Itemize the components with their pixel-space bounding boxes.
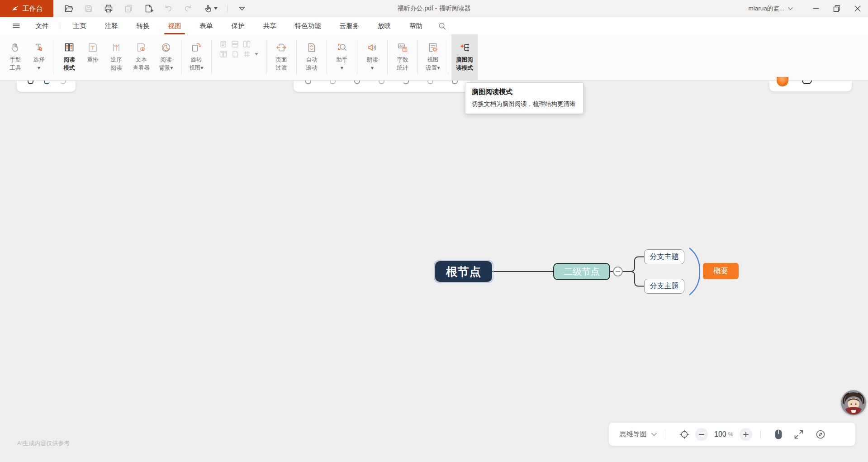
menu-item-present[interactable]: 放映: [378, 17, 391, 34]
copy-icon[interactable]: [123, 3, 134, 14]
title-bar: 工作台 福昕办公.pdf - 福昕阅读器: [0, 0, 868, 17]
view-settings-icon: [427, 39, 439, 56]
partial-icon: [305, 81, 311, 84]
reverse-reading-button[interactable]: 逆序 阅读: [104, 34, 128, 80]
save-icon[interactable]: [83, 3, 94, 14]
mindmap-branch-node-bottom[interactable]: 分支主题: [644, 279, 684, 294]
fullscreen-icon[interactable]: [793, 429, 804, 440]
zoom-in-button[interactable]: [740, 428, 752, 441]
menu-item-home[interactable]: 主页: [73, 17, 86, 34]
hand-tool-button[interactable]: 手型 工具: [4, 34, 27, 80]
ribbon-divider: [357, 40, 357, 75]
book-layout-icon[interactable]: [219, 51, 227, 57]
text-viewer-button[interactable]: 文本 查看器: [128, 34, 154, 80]
read-aloud-button[interactable]: 朗读 ▾: [360, 34, 384, 80]
page-transition-button[interactable]: 页面 过渡: [270, 34, 293, 80]
ribbon-divider: [54, 40, 54, 75]
tooltip-mindmap-mode: 脑图阅读模式 切换文档为脑图阅读，梳理结构更清晰: [465, 82, 583, 114]
partial-icon: [427, 81, 433, 84]
menu-item-features[interactable]: 特色功能: [295, 17, 321, 34]
mindmap-root-node[interactable]: 根节点: [435, 261, 492, 282]
workspace-label: 工作台: [23, 5, 43, 13]
partial-icon: [28, 81, 33, 84]
mindmap-summary-node[interactable]: 概要: [703, 263, 739, 279]
facing-layout-icon[interactable]: [243, 41, 251, 48]
locate-center-icon[interactable]: [679, 429, 690, 440]
minimize-button[interactable]: [806, 0, 826, 17]
menu-item-share[interactable]: 共享: [263, 17, 276, 34]
partial-icon: [330, 81, 336, 84]
menu-item-comment[interactable]: 注释: [105, 17, 118, 34]
close-window-button[interactable]: [847, 0, 868, 17]
select-tool-button[interactable]: 选择 ▾: [27, 34, 51, 80]
menu-item-help[interactable]: 帮助: [409, 17, 422, 34]
mindmap-mode-icon: [458, 39, 471, 56]
chevron-down-icon: [788, 7, 793, 10]
hamburger-menu-icon[interactable]: [13, 23, 20, 29]
auto-scroll-button[interactable]: 自动 滚动: [300, 34, 323, 80]
view-settings-button[interactable]: 视图 设置▾: [421, 34, 445, 80]
statusbar-divider: [760, 429, 761, 439]
mindmap-branch-node-top[interactable]: 分支主题: [644, 249, 684, 264]
zoom-out-button[interactable]: [695, 428, 708, 441]
mouse-mode-icon[interactable]: [774, 429, 783, 440]
diagram-mode-select[interactable]: 思维导图: [620, 430, 657, 438]
workspace-button[interactable]: 工作台: [0, 0, 53, 17]
reflow-icon: [86, 39, 99, 56]
layout-dropdown-icon[interactable]: [255, 53, 258, 56]
partial-icon: [802, 81, 812, 84]
partial-toolbar-middle: [294, 81, 470, 92]
ribbon-divider: [211, 40, 212, 75]
compass-icon[interactable]: [815, 429, 826, 440]
view-control-bar: 思维导图 100 %: [609, 423, 855, 446]
text-viewer-icon: [135, 39, 147, 56]
mindmap-read-mode-button[interactable]: 脑图阅 读模式: [451, 34, 478, 80]
menu-item-protect[interactable]: 保护: [232, 17, 245, 34]
mindmap-canvas[interactable]: 脑图阅读模式 切换文档为脑图阅读，梳理结构更清晰 根节点 二级节点 分支主题 分…: [0, 81, 868, 462]
hand-icon: [9, 39, 22, 56]
menu-divider: [61, 22, 61, 29]
menu-item-file[interactable]: 文件: [36, 17, 49, 34]
split-layout-icon[interactable]: [231, 51, 239, 57]
menu-item-form[interactable]: 表单: [200, 17, 213, 34]
scroll-layout-icon[interactable]: [243, 51, 251, 57]
ribbon-divider: [296, 40, 297, 75]
user-account-menu[interactable]: miarua的监...: [748, 5, 793, 13]
page-layout-group[interactable]: [215, 34, 263, 80]
menu-item-cloud[interactable]: 云服务: [340, 17, 360, 34]
word-count-button[interactable]: AB 字数 统计: [391, 34, 414, 80]
undo-icon[interactable]: [163, 3, 174, 14]
page-transition-icon: [275, 39, 288, 56]
reflow-button[interactable]: 重排: [81, 34, 104, 80]
ai-disclaimer-text: AI生成内容仅供参考: [17, 439, 70, 448]
read-mode-button[interactable]: 阅读 模式: [57, 34, 81, 80]
assistant-button[interactable]: 助手 ▾: [330, 34, 354, 80]
collapse-ribbon-icon[interactable]: [237, 3, 247, 14]
menu-item-convert[interactable]: 转换: [137, 17, 150, 34]
partial-icon: [403, 81, 409, 84]
rotate-view-button[interactable]: 旋转 视图▾: [185, 34, 208, 80]
reading-background-button[interactable]: 阅读 背景▾: [154, 34, 178, 80]
redo-icon[interactable]: [183, 3, 194, 14]
ribbon-divider: [417, 40, 418, 75]
collapse-branch-button[interactable]: [613, 267, 623, 276]
ribbon-divider: [266, 40, 266, 75]
touch-mode-icon[interactable]: [203, 3, 218, 14]
auto-scroll-icon: [305, 39, 318, 56]
chevron-down-icon: [651, 433, 657, 436]
continuous-layout-icon[interactable]: [231, 41, 239, 48]
new-file-icon[interactable]: [143, 3, 154, 14]
search-icon[interactable]: [438, 22, 446, 30]
foxit-logo-icon: [11, 5, 19, 13]
partial-icon: [452, 81, 458, 84]
word-count-icon: AB: [396, 39, 409, 56]
restore-window-button[interactable]: [826, 0, 847, 17]
menu-item-view[interactable]: 视图: [168, 17, 181, 34]
mindmap-second-level-node[interactable]: 二级节点: [553, 263, 610, 280]
open-file-icon[interactable]: [63, 3, 74, 14]
print-icon[interactable]: [103, 3, 114, 14]
speaker-icon: [366, 39, 379, 56]
single-page-layout-icon[interactable]: [219, 41, 227, 48]
assistant-avatar[interactable]: [841, 390, 866, 415]
partial-icon: [60, 81, 66, 84]
